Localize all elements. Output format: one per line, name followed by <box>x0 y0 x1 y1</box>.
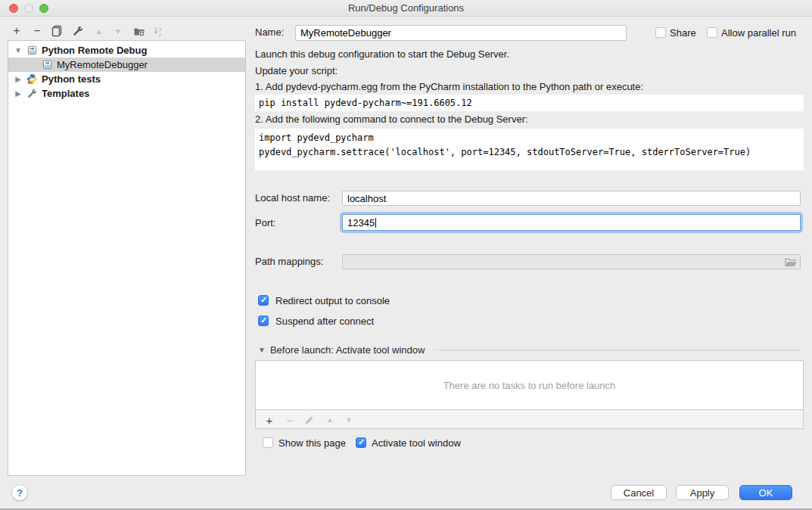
remote-debug-config-icon <box>26 45 38 57</box>
apply-button[interactable]: Apply <box>676 485 729 500</box>
chevron-down-icon: ▼ <box>258 346 266 354</box>
redirect-output-checkbox[interactable] <box>258 295 269 306</box>
move-task-up-button[interactable]: ▲ <box>322 412 338 428</box>
show-this-page-checkbox[interactable] <box>263 437 273 448</box>
show-this-page-label: Show this page <box>278 436 346 451</box>
remote-debug-config-icon <box>41 59 53 71</box>
add-configuration-button[interactable]: + <box>8 23 25 39</box>
path-mappings-label: Path mappings: <box>255 254 323 269</box>
no-tasks-message: There are no tasks to run before launch <box>443 380 616 391</box>
description-step2: 2. Add the following command to connect … <box>255 114 528 125</box>
before-launch-title: Before launch: Activate tool window <box>270 344 425 356</box>
port-value: 12345 <box>347 217 375 229</box>
triangle-up-icon: ▲ <box>327 416 334 424</box>
description-update: Update your script: <box>255 65 338 76</box>
sort-configurations-button[interactable]: a z <box>150 23 166 39</box>
share-label: Share <box>670 26 696 41</box>
tree-item-python-remote-debug[interactable]: ▼ Python Remote Debug <box>8 43 245 58</box>
svg-text:z: z <box>159 32 162 37</box>
edit-templates-button[interactable] <box>70 23 86 39</box>
wrench-icon <box>26 88 38 100</box>
share-checkbox[interactable] <box>655 27 666 38</box>
remove-task-button[interactable]: − <box>282 412 297 428</box>
add-task-button[interactable]: + <box>262 412 277 428</box>
chevron-right-icon[interactable]: ▶ <box>14 89 22 98</box>
before-launch-header[interactable]: ▼ Before launch: Activate tool window <box>258 344 800 356</box>
text-caret <box>375 218 376 228</box>
window-title: Run/Debug Configurations <box>0 2 812 14</box>
description-step1: 1. Add pydevd-pycharm.egg from the PyCha… <box>255 81 643 92</box>
help-button[interactable]: ? <box>11 484 28 501</box>
minus-icon: − <box>33 24 40 38</box>
move-task-down-button[interactable]: ▼ <box>341 412 356 428</box>
pencil-icon <box>304 415 315 425</box>
activate-tool-window-label: Activate tool window <box>372 436 461 451</box>
tree-item-label: MyRemoteDebugger <box>57 59 148 70</box>
minus-icon: − <box>287 414 294 427</box>
svg-text:a: a <box>159 26 162 32</box>
activate-tool-window-checkbox[interactable] <box>356 437 366 448</box>
pip-install-code: pip install pydevd-pycharm~=191.6605.12 <box>255 95 804 111</box>
tree-item-myremotedebugger[interactable]: MyRemoteDebugger <box>8 58 245 72</box>
triangle-down-icon: ▼ <box>346 416 353 424</box>
new-folder-icon <box>133 25 145 37</box>
before-launch-toolbar: + − ▲ ▼ <box>255 409 804 429</box>
question-mark-icon: ? <box>17 487 23 499</box>
allow-parallel-run-checkbox[interactable] <box>707 27 717 38</box>
port-input[interactable]: 12345 <box>342 214 801 231</box>
tree-item-label: Python tests <box>42 73 101 85</box>
tree-item-label: Templates <box>42 88 89 99</box>
titlebar: Run/Debug Configurations <box>0 0 812 17</box>
settrace-code: import pydevd_pycharm pydevd_pycharm.set… <box>255 129 804 170</box>
separator-line <box>434 350 800 350</box>
local-host-name-label: Local host name: <box>255 191 330 206</box>
browse-folder-icon[interactable] <box>785 257 797 268</box>
run-debug-configurations-dialog: Run/Debug Configurations + − ▲ ▼ a z ▼ <box>0 0 812 510</box>
chevron-right-icon[interactable]: ▶ <box>14 75 22 83</box>
settrace-code-line1: import pydevd_pycharm <box>259 131 800 145</box>
sort-alpha-icon: a z <box>152 25 164 37</box>
port-label: Port: <box>255 216 275 231</box>
remove-configuration-button[interactable]: − <box>29 23 45 39</box>
copy-icon <box>51 25 63 37</box>
create-folder-button[interactable] <box>131 23 148 39</box>
redirect-output-label: Redirect output to console <box>275 294 390 309</box>
triangle-down-icon: ▼ <box>114 27 122 36</box>
path-mappings-input[interactable] <box>342 254 801 269</box>
suspend-after-connect-label: Suspend after connect <box>275 314 374 329</box>
edit-task-button[interactable] <box>302 412 317 428</box>
chevron-down-icon[interactable]: ▼ <box>14 46 22 54</box>
suspend-after-connect-checkbox[interactable] <box>258 316 269 326</box>
name-input[interactable] <box>295 25 627 41</box>
tree-item-label: Python Remote Debug <box>42 45 147 56</box>
move-down-button[interactable]: ▼ <box>110 23 126 39</box>
settrace-code-line2: pydevd_pycharm.settrace('localhost', por… <box>259 145 800 160</box>
wrench-icon <box>72 25 84 37</box>
python-icon <box>26 73 38 86</box>
copy-configuration-button[interactable] <box>48 23 65 39</box>
allow-parallel-run-label: Allow parallel run <box>721 26 796 41</box>
plus-icon: + <box>266 414 273 427</box>
move-up-button[interactable]: ▲ <box>91 23 107 39</box>
triangle-up-icon: ▲ <box>95 27 103 36</box>
description-intro: Launch this debug configuration to start… <box>255 48 509 60</box>
configurations-tree: ▼ Python Remote Debug MyRe <box>8 40 246 476</box>
ok-button[interactable]: OK <box>739 485 792 500</box>
before-launch-tasks-list[interactable]: There are no tasks to run before launch <box>255 360 804 410</box>
tree-item-python-tests[interactable]: ▶ Python tests <box>8 72 245 86</box>
cancel-button[interactable]: Cancel <box>611 485 667 500</box>
local-host-name-input[interactable] <box>342 191 801 206</box>
plus-icon: + <box>13 24 20 38</box>
tree-item-templates[interactable]: ▶ Templates <box>8 86 245 101</box>
name-label: Name: <box>255 25 284 40</box>
